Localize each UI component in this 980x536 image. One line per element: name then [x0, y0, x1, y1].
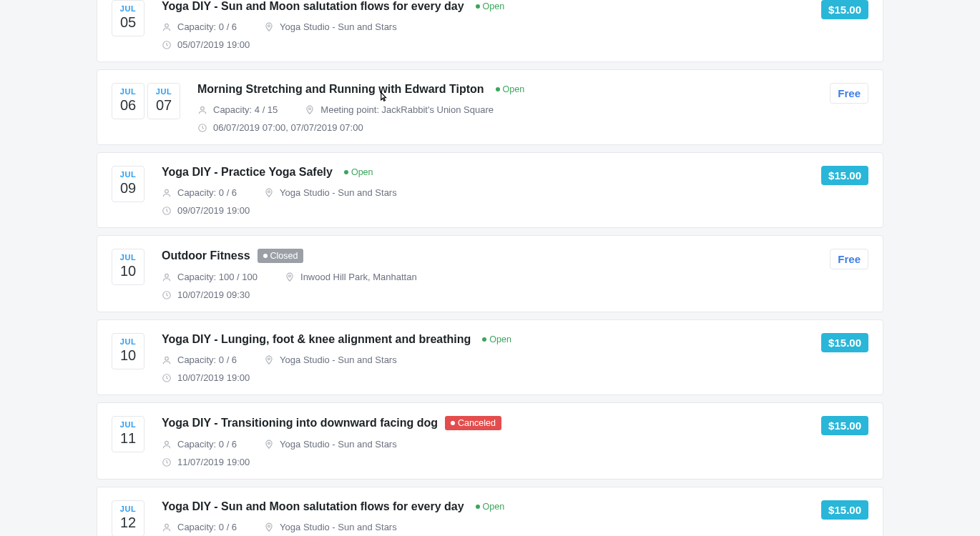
- capacity-text: Capacity: 4 / 15: [213, 104, 278, 115]
- event-card[interactable]: JUL06JUL07Morning Stretching and Running…: [97, 69, 883, 145]
- date-column: JUL09: [112, 166, 144, 202]
- event-title[interactable]: Yoga DIY - Sun and Moon salutation flows…: [162, 0, 464, 13]
- event-card[interactable]: JUL09Yoga DIY - Practice Yoga SafelyOpen…: [97, 152, 883, 228]
- datetime: 06/07/2019 07:00, 07/07/2019 07:00: [197, 122, 363, 133]
- meta-row: Capacity: 100 / 100Inwood Hill Park, Man…: [162, 272, 815, 282]
- event-title[interactable]: Yoga DIY - Sun and Moon salutation flows…: [162, 500, 464, 513]
- status-label: Open: [483, 502, 505, 512]
- svg-point-0: [165, 24, 169, 27]
- location: Yoga Studio - Sun and Stars: [264, 439, 397, 450]
- person-icon: [197, 105, 207, 115]
- person-icon: [162, 22, 172, 32]
- date-column: JUL11: [112, 416, 144, 452]
- clock-icon: [162, 290, 172, 300]
- person-icon: [162, 355, 172, 365]
- date-month: JUL: [112, 253, 144, 262]
- svg-point-19: [268, 525, 270, 527]
- location-text: Yoga Studio - Sun and Stars: [280, 522, 397, 532]
- datetime: 10/07/2019 19:00: [162, 372, 250, 383]
- event-title[interactable]: Outdoor Fitness: [162, 249, 250, 262]
- status-badge: Open: [491, 83, 529, 96]
- clock-icon: [197, 123, 207, 133]
- status-label: Open: [351, 167, 373, 177]
- price-badge: $15.00: [821, 0, 868, 19]
- price-badge: Free: [830, 249, 868, 269]
- date-day: 11: [112, 430, 144, 447]
- status-label: Closed: [270, 251, 298, 261]
- pin-icon: [264, 355, 274, 365]
- svg-point-6: [165, 189, 169, 193]
- price-column: $15.00: [821, 0, 868, 19]
- event-card[interactable]: JUL05Yoga DIY - Sun and Moon salutation …: [97, 0, 883, 62]
- event-body: Yoga DIY - Practice Yoga SafelyOpenCapac…: [162, 166, 807, 216]
- title-row: Yoga DIY - Sun and Moon salutation flows…: [162, 0, 807, 13]
- date-day: 06: [112, 97, 144, 114]
- date-box: JUL07: [147, 83, 180, 119]
- date-column: JUL12: [112, 500, 144, 536]
- status-badge: Open: [340, 166, 378, 179]
- meta-row: Capacity: 0 / 6Yoga Studio - Sun and Sta…: [162, 522, 807, 532]
- event-title[interactable]: Yoga DIY - Transitioning into downward f…: [162, 417, 438, 430]
- event-card[interactable]: JUL10Yoga DIY - Lunging, foot & knee ali…: [97, 319, 883, 395]
- person-icon: [162, 440, 172, 450]
- event-body: Yoga DIY - Sun and Moon salutation flows…: [162, 500, 807, 532]
- pin-icon: [285, 272, 295, 282]
- date-box: JUL11: [112, 416, 144, 452]
- datetime-text: 06/07/2019 07:00, 07/07/2019 07:00: [213, 122, 363, 133]
- date-box: JUL05: [112, 0, 144, 36]
- event-title[interactable]: Morning Stretching and Running with Edwa…: [197, 83, 484, 96]
- location-text: Yoga Studio - Sun and Stars: [280, 21, 397, 32]
- event-title[interactable]: Yoga DIY - Lunging, foot & knee alignmen…: [162, 333, 471, 346]
- event-card[interactable]: JUL10Outdoor FitnessClosedCapacity: 100 …: [97, 235, 883, 312]
- capacity: Capacity: 0 / 6: [162, 354, 237, 365]
- svg-point-15: [165, 441, 169, 445]
- status-dot-icon: [476, 4, 480, 9]
- clock-icon: [162, 457, 172, 467]
- date-day: 05: [112, 14, 144, 31]
- svg-point-9: [165, 274, 169, 277]
- date-box: JUL06: [112, 83, 144, 119]
- capacity-text: Capacity: 0 / 6: [177, 522, 237, 532]
- date-month: JUL: [112, 505, 144, 513]
- meta-row: 10/07/2019 09:30: [162, 289, 815, 300]
- price-column: Free: [830, 249, 868, 269]
- date-month: JUL: [112, 420, 144, 429]
- svg-point-12: [165, 357, 169, 360]
- clock-icon: [162, 373, 172, 383]
- price-column: $15.00: [821, 166, 868, 185]
- location-text: Meeting point: JackRabbit's Union Square: [320, 104, 494, 115]
- pin-icon: [264, 22, 274, 32]
- capacity: Capacity: 0 / 6: [162, 21, 237, 32]
- svg-point-3: [201, 106, 205, 110]
- svg-point-10: [289, 274, 291, 277]
- person-icon: [162, 522, 172, 532]
- location-text: Yoga Studio - Sun and Stars: [280, 439, 397, 450]
- location: Yoga Studio - Sun and Stars: [264, 21, 397, 32]
- location: Meeting point: JackRabbit's Union Square: [305, 104, 494, 115]
- title-row: Yoga DIY - Lunging, foot & knee alignmen…: [162, 333, 807, 346]
- capacity-text: Capacity: 0 / 6: [177, 187, 237, 198]
- price-column: $15.00: [821, 416, 868, 435]
- price-badge: Free: [830, 83, 868, 104]
- location: Inwood Hill Park, Manhattan: [285, 272, 417, 282]
- datetime-text: 11/07/2019 19:00: [177, 457, 250, 467]
- status-badge: Open: [478, 333, 516, 346]
- price-column: Free: [830, 83, 868, 104]
- date-box: JUL12: [112, 500, 144, 536]
- datetime: 05/07/2019 19:00: [162, 39, 250, 50]
- pin-icon: [264, 440, 274, 450]
- event-card[interactable]: JUL12Yoga DIY - Sun and Moon salutation …: [97, 487, 883, 536]
- event-title[interactable]: Yoga DIY - Practice Yoga Safely: [162, 166, 333, 179]
- date-box: JUL10: [112, 249, 144, 285]
- svg-point-16: [268, 442, 270, 444]
- event-card[interactable]: JUL11Yoga DIY - Transitioning into downw…: [97, 402, 883, 480]
- date-column: JUL05: [112, 0, 144, 36]
- date-day: 07: [148, 97, 180, 114]
- date-month: JUL: [112, 87, 144, 96]
- title-row: Yoga DIY - Practice Yoga SafelyOpen: [162, 166, 807, 179]
- capacity: Capacity: 4 / 15: [197, 104, 278, 115]
- datetime-text: 10/07/2019 19:00: [177, 372, 250, 383]
- status-label: Open: [503, 84, 525, 94]
- capacity-text: Capacity: 0 / 6: [177, 439, 237, 450]
- pin-icon: [305, 105, 315, 115]
